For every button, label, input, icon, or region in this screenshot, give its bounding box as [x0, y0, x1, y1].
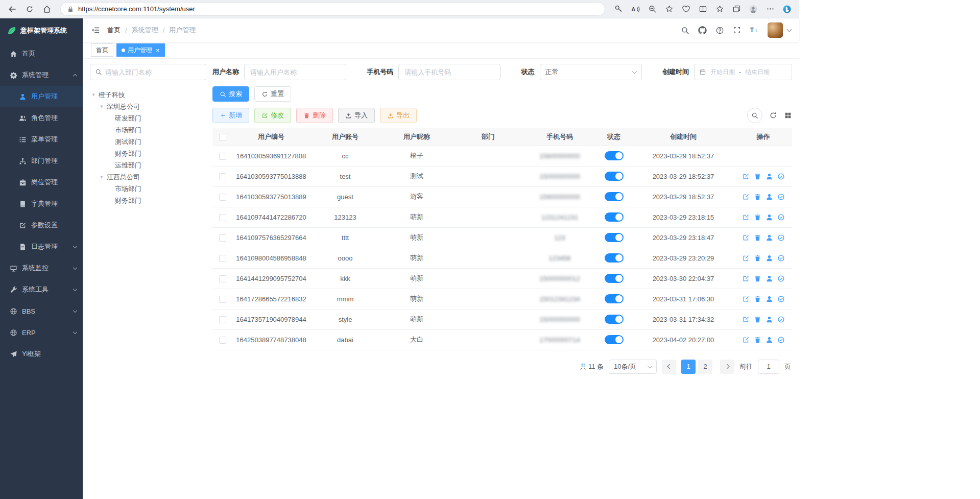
saved-passwords-button[interactable] — [610, 2, 627, 16]
reset-button[interactable]: 重置 — [254, 86, 291, 102]
assign-role-icon[interactable] — [777, 336, 785, 344]
delete-button[interactable]: 删除 — [296, 108, 333, 123]
page-button-1[interactable]: 1 — [681, 360, 696, 374]
row-checkbox[interactable] — [219, 337, 226, 344]
status-toggle[interactable] — [605, 233, 624, 242]
sidebar-item-bbs[interactable]: BBS — [0, 300, 83, 322]
tree-node[interactable]: 市场部门 — [90, 183, 206, 195]
sidebar-item-erp[interactable]: ERP — [0, 322, 83, 343]
sidebar-item-post-management[interactable]: 岗位管理 — [0, 172, 83, 193]
sidebar-item-yi-framework[interactable]: Yi框架 — [0, 343, 83, 365]
sidebar-item-role-management[interactable]: 角色管理 — [0, 107, 83, 129]
sidebar-item-home[interactable]: 首页 — [0, 43, 83, 64]
sidebar-item-log-management[interactable]: 日志管理 — [0, 236, 83, 257]
copilot-button[interactable] — [779, 2, 795, 16]
delete-icon[interactable] — [754, 193, 761, 201]
read-aloud-button[interactable]: A — [627, 2, 643, 16]
tree-node[interactable]: 测试部门 — [90, 136, 206, 148]
edit-icon[interactable] — [742, 234, 750, 242]
edit-icon[interactable] — [742, 316, 750, 323]
fullscreen-button[interactable] — [733, 26, 741, 34]
phone-input[interactable] — [398, 64, 500, 80]
tree-node[interactable]: 财务部门 — [90, 148, 206, 159]
row-checkbox[interactable] — [219, 214, 226, 221]
assign-role-icon[interactable] — [777, 193, 785, 201]
browser-profile-button[interactable] — [745, 2, 761, 16]
row-checkbox[interactable] — [219, 296, 226, 303]
status-toggle[interactable] — [605, 294, 624, 303]
github-button[interactable] — [698, 26, 707, 35]
assign-role-icon[interactable] — [777, 213, 785, 221]
favorites-button[interactable] — [711, 2, 728, 16]
edit-icon[interactable] — [742, 213, 750, 221]
tree-node[interactable]: 运维部门 — [90, 159, 206, 171]
select-all-checkbox[interactable] — [219, 134, 226, 141]
tree-node[interactable]: 研发部门 — [90, 112, 206, 124]
assign-role-icon[interactable] — [777, 275, 785, 282]
dept-search-input[interactable] — [105, 68, 201, 76]
delete-icon[interactable] — [754, 275, 761, 282]
sidebar-item-system-management[interactable]: 系统管理 — [0, 64, 83, 86]
row-checkbox[interactable] — [219, 255, 226, 262]
username-input[interactable] — [244, 64, 346, 80]
table-search-toggle-button[interactable] — [747, 108, 762, 123]
sidebar-item-dict-management[interactable]: 字典管理 — [0, 193, 83, 215]
delete-icon[interactable] — [754, 234, 761, 242]
next-page-button[interactable] — [720, 360, 734, 374]
help-button[interactable] — [715, 26, 724, 35]
delete-icon[interactable] — [754, 316, 761, 323]
sidebar-item-system-tools[interactable]: 系统工具 — [0, 279, 83, 300]
tree-node[interactable]: ▾橙子科技 — [90, 89, 206, 101]
date-range-picker[interactable]: 开始日期 - 结束日期 — [694, 64, 792, 80]
import-button[interactable]: 导入 — [338, 108, 375, 123]
delete-icon[interactable] — [754, 213, 761, 221]
status-toggle[interactable] — [605, 151, 624, 160]
sidebar-item-user-management[interactable]: 用户管理 — [0, 86, 83, 107]
reset-password-icon[interactable] — [766, 316, 773, 323]
assign-role-icon[interactable] — [777, 234, 785, 242]
add-button[interactable]: 新增 — [212, 108, 249, 123]
reset-password-icon[interactable] — [766, 295, 773, 303]
sidebar-item-system-monitor[interactable]: 系统监控 — [0, 257, 83, 279]
assign-role-icon[interactable] — [777, 254, 785, 262]
delete-icon[interactable] — [754, 254, 761, 262]
status-toggle[interactable] — [605, 315, 624, 324]
split-screen-button[interactable] — [695, 2, 711, 16]
add-favorite-button[interactable] — [661, 2, 677, 16]
tree-node[interactable]: 财务部门 — [90, 195, 206, 206]
reset-password-icon[interactable] — [766, 193, 773, 201]
prev-page-button[interactable] — [662, 360, 676, 374]
assign-role-icon[interactable] — [777, 316, 785, 323]
edit-icon[interactable] — [742, 295, 750, 303]
goto-page-input[interactable] — [758, 360, 779, 374]
browser-essentials-button[interactable] — [678, 2, 694, 16]
browser-home-button[interactable] — [39, 2, 55, 16]
reset-password-icon[interactable] — [766, 213, 773, 221]
edit-icon[interactable] — [742, 173, 750, 180]
status-toggle[interactable] — [605, 274, 624, 283]
tree-node[interactable]: ▾深圳总公司 — [90, 101, 206, 112]
delete-icon[interactable] — [754, 173, 761, 180]
user-avatar[interactable] — [768, 22, 783, 38]
status-toggle[interactable] — [605, 172, 624, 181]
page-button-2[interactable]: 2 — [698, 360, 712, 374]
breadcrumb-item[interactable]: 用户管理 — [169, 26, 196, 35]
reset-password-icon[interactable] — [766, 173, 773, 180]
breadcrumb-item[interactable]: 系统管理 — [132, 26, 158, 35]
reset-password-icon[interactable] — [766, 336, 773, 344]
status-toggle[interactable] — [605, 253, 624, 263]
header-search-button[interactable] — [681, 26, 689, 35]
status-toggle[interactable] — [605, 335, 624, 344]
reset-password-icon[interactable] — [766, 234, 773, 242]
page-size-select[interactable]: 10条/页 — [609, 360, 657, 374]
assign-role-icon[interactable] — [777, 295, 785, 303]
tab-user-management[interactable]: 用户管理× — [116, 43, 165, 57]
row-checkbox[interactable] — [219, 194, 226, 201]
export-button[interactable]: 导出 — [380, 108, 417, 123]
edit-icon[interactable] — [742, 193, 750, 201]
collections-button[interactable] — [728, 2, 745, 16]
sidebar-item-dept-management[interactable]: 部门管理 — [0, 150, 83, 172]
table-refresh-button[interactable] — [769, 111, 777, 120]
status-toggle[interactable] — [605, 212, 624, 222]
tab-home[interactable]: 首页 — [91, 43, 113, 57]
